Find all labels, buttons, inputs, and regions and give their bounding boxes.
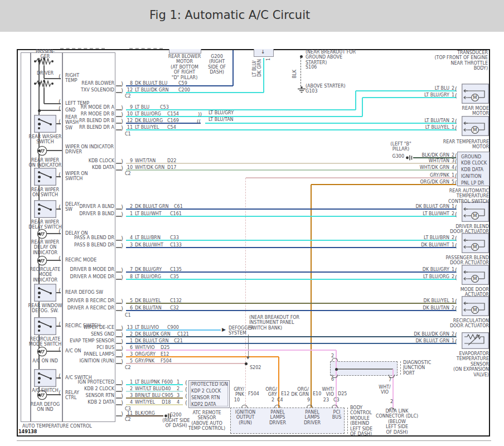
- wire-v: [347, 408, 348, 434]
- diagram-label: IGNITION (RUN): [59, 358, 114, 363]
- connector-arc-icon: (: [455, 211, 457, 218]
- diagram-label: IGN PROTECTED: [59, 380, 114, 385]
- connector-arc-icon: ): [121, 380, 123, 386]
- wire-v: [301, 57, 301, 86]
- diagram-label: RR BLEND DR A: [59, 125, 114, 130]
- wire-pin: 2: [452, 332, 454, 337]
- diagram-label: LT BLU/ DK GRN: [252, 59, 263, 77]
- rear-mode-motor-label: REAR MODE MOTOR: [439, 106, 489, 117]
- diagram-label: C1: [125, 313, 131, 318]
- junction-dot: [38, 325, 41, 328]
- wire-color-label: DK BLU/LT GRN: [396, 338, 449, 343]
- wire-color-label: DK BLU/LT BLU: [135, 81, 167, 86]
- junction-dot: [245, 362, 248, 365]
- diagram-label: (RIGHT SIDE OF DASH): [160, 418, 192, 429]
- wire-circuit-code: C121: [177, 332, 189, 337]
- connector-arc-icon: (: [455, 173, 457, 180]
- wire-v: [30, 52, 31, 422]
- wire-circuit-code: C161: [170, 211, 182, 216]
- wire-h: [39, 110, 61, 110]
- connector-arc-icon: ): [121, 88, 123, 94]
- connector-arc-icon: (: [455, 86, 457, 93]
- wire-h: [336, 369, 393, 369]
- diagram-label: ▶: [222, 327, 226, 333]
- diagram-label: KDB DATA: [461, 167, 483, 172]
- wire-color-label: WHT/DK GRN: [396, 165, 449, 170]
- connector-arc-icon: (: [455, 165, 457, 172]
- diagram-label: DRIVER A MODE DR: [59, 274, 114, 279]
- connector-arc-icon: (: [455, 243, 457, 249]
- diagram-label: PASSEN- GER: [29, 49, 61, 60]
- g300-label: G300: [387, 154, 404, 159]
- diagram-label: KDP2 DATA: [191, 402, 216, 407]
- diagram-label: RECIRC MODE: [65, 258, 96, 263]
- diagram-label: RECIRCULATE MODE SWITCH: [28, 337, 62, 347]
- figure-number: 149138: [18, 429, 37, 434]
- svg-text:M: M: [473, 307, 477, 313]
- junction-dot: [300, 55, 303, 58]
- diagram-label: C2: [125, 94, 131, 99]
- g103-label: G103: [306, 89, 317, 94]
- wire-circuit-code: C900: [167, 325, 179, 330]
- wire-v: [245, 365, 246, 408]
- diagram-label: ORG/ GRY: [257, 387, 277, 397]
- g103-ground-icon: [297, 86, 306, 94]
- connector-arc-icon: ): [121, 358, 123, 365]
- connector-arc-icon: (: [455, 118, 457, 125]
- wire-circuit-code: C135: [170, 267, 182, 272]
- connector-arc-icon: (: [185, 386, 187, 393]
- connector-arc-icon: (: [455, 267, 457, 274]
- wire-color-label: LT BLU/PNK: [135, 380, 160, 385]
- diagram-label: ▼: [246, 356, 249, 360]
- diagram-label: D25: [338, 391, 347, 396]
- wire-pin: 6: [124, 345, 133, 350]
- connector-arc-icon: ): [121, 243, 123, 249]
- diagram-label: EVAPORATOR TEMPERATURE SENSOR (ON EXPANS…: [439, 351, 489, 377]
- wire-color-label: BLK/ORG: [135, 411, 155, 416]
- connector-arc-icon: ): [121, 81, 123, 88]
- diagram-label: PANEL LAMPS DRIVER: [264, 410, 292, 425]
- connector-arc-icon: ): [121, 112, 123, 118]
- connector-arc-icon: (: [455, 274, 457, 281]
- wire-pin: 4: [124, 400, 133, 405]
- diagram-label: 2: [331, 353, 334, 358]
- wire-color-label: DK BLU/LT GRN: [396, 204, 449, 209]
- recirculation-door-actuator-icon: M: [462, 296, 489, 316]
- diagram-label: A/C ON IND: [29, 358, 61, 363]
- wire-v: [232, 50, 234, 86]
- wire-circuit-code: D17: [167, 165, 176, 170]
- wire-pin: 2: [452, 274, 454, 279]
- wire-pin: 2: [173, 386, 180, 391]
- wire-circuit-code: D25: [161, 345, 169, 350]
- wire-pin: 3: [124, 243, 133, 248]
- wire-circuit-code: C59: [178, 81, 187, 86]
- diagram-label: C3: [125, 406, 131, 411]
- wire-pin: 10: [124, 112, 133, 117]
- diagram-label: 6: [331, 377, 334, 382]
- wire-color-label: GRY/PNK: [396, 173, 449, 178]
- wire-pin: 1: [124, 380, 133, 385]
- diagram-label: DRIVER: [29, 71, 61, 76]
- connector-arc-icon: ): [121, 274, 123, 281]
- wire-pin: 5: [124, 298, 133, 303]
- wire-circuit-code: C169: [167, 118, 179, 123]
- wire-circuit-code: C132: [170, 298, 182, 303]
- junction-dot: [38, 176, 41, 178]
- wire-pin: 4: [173, 400, 180, 405]
- wire-pin: 13: [124, 325, 133, 330]
- connector-arc-icon: ): [121, 235, 123, 242]
- wire-circuit-code: D18: [162, 400, 171, 405]
- svg-text:M: M: [473, 127, 477, 133]
- wire-color-label: LT BLU/BRN: [396, 235, 449, 240]
- junction-dot: [38, 259, 41, 262]
- connector-arc-icon: [274, 405, 280, 408]
- diagram-label: SENSOR RTN: [191, 395, 220, 400]
- diagram-label: PNL LP DR: [461, 181, 484, 186]
- wire-circuit-code: C21: [174, 338, 183, 343]
- diagram-label: LT BLU/TAN: [209, 117, 234, 122]
- connector-arc-icon: ): [121, 211, 123, 218]
- diagram-label: WIPER ON SWITCH: [65, 171, 88, 182]
- connector-arc-icon: (: [185, 393, 187, 400]
- junction-dot: [38, 292, 41, 294]
- diagram-label: REAR WINDOW DEFOG. SW.: [28, 303, 62, 314]
